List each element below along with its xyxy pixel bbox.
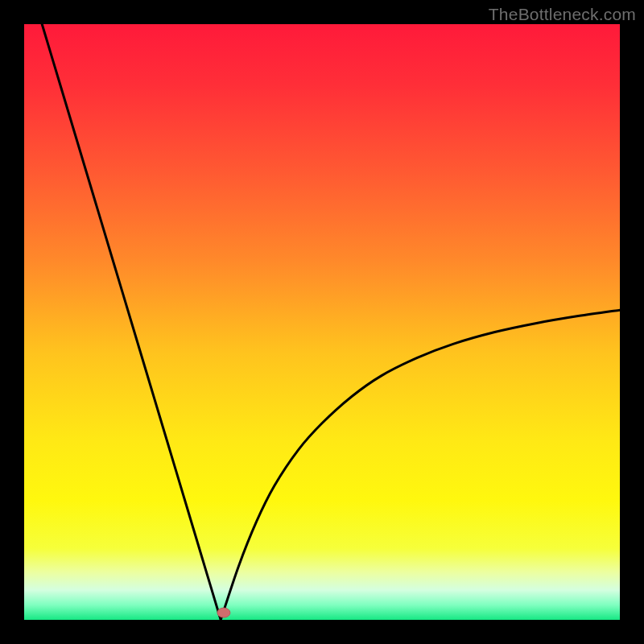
min-marker [217, 608, 230, 617]
chart-frame [24, 24, 620, 620]
bottleneck-chart [24, 24, 620, 620]
gradient-background [24, 24, 620, 620]
watermark-text: TheBottleneck.com [489, 5, 636, 24]
